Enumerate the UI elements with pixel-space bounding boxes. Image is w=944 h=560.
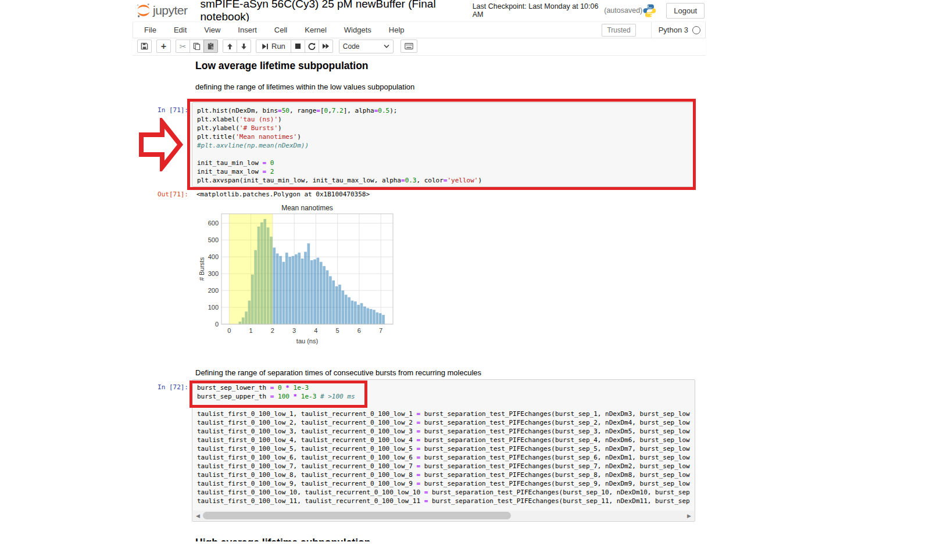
svg-text:0: 0	[215, 321, 219, 328]
svg-text:Mean nanotimes: Mean nanotimes	[281, 204, 333, 212]
keyboard-icon	[405, 43, 413, 49]
copy-cells-button[interactable]	[189, 40, 204, 53]
checkpoint-status: Last Checkpoint: Last Monday at 10:06 AM	[473, 2, 601, 19]
code-cell-71-source[interactable]: plt.hist(nDexDm, bins=50, range=[0,7.2],…	[192, 103, 695, 187]
chevron-down-icon	[384, 45, 389, 48]
scroll-left-arrow[interactable]: ◀	[193, 511, 203, 520]
kernel-indicator: Python 3	[651, 22, 705, 38]
markdown-paragraph-1: defining the range of lifetimes within t…	[195, 82, 414, 91]
restart-kernel-button[interactable]	[305, 40, 319, 53]
kernel-name: Python 3	[659, 26, 688, 34]
menu-cell[interactable]: Cell	[268, 23, 294, 37]
trusted-badge[interactable]: Trusted	[602, 24, 635, 37]
menu-edit[interactable]: Edit	[167, 23, 193, 37]
step-forward-icon	[262, 43, 269, 50]
input-prompt-71: In [71]:	[149, 106, 188, 114]
markdown-heading-low-lifetime: Low average lifetime subpopulation	[195, 60, 369, 72]
markdown-paragraph-2: Defining the range of separation times o…	[195, 368, 481, 377]
menubar-right: Trusted Python 3	[602, 22, 705, 38]
svg-text:7: 7	[379, 327, 382, 334]
scissors-icon: ✂	[180, 42, 187, 51]
menubar: File Edit View Insert Cell Kernel Widget…	[133, 21, 706, 38]
paste-cells-button[interactable]	[203, 40, 218, 53]
horizontal-scrollbar: ◀ ▶	[193, 511, 694, 520]
code-cell-71-input[interactable]: plt.hist(nDexDm, bins=50, range=[0,7.2],…	[192, 102, 695, 187]
output-prompt-71: Out[71]:	[149, 190, 188, 199]
jupyter-logo[interactable]: jupyter	[133, 3, 188, 18]
interrupt-kernel-button[interactable]	[291, 40, 305, 53]
clipboard-icon	[207, 42, 214, 50]
toolbar: + ✂	[133, 37, 706, 56]
restart-run-all-button[interactable]	[319, 40, 333, 53]
menu-file[interactable]: File	[138, 23, 163, 37]
plus-icon: +	[161, 42, 166, 51]
stop-icon	[295, 43, 301, 49]
histogram-output-image: 012345670100200300400500600Mean nanotime…	[198, 203, 401, 347]
cell-type-value: Code	[343, 42, 360, 51]
notebook-document: Low average lifetime subpopulation defin…	[133, 56, 706, 560]
command-palette-button[interactable]	[401, 40, 417, 53]
move-cell-up-button[interactable]	[223, 40, 237, 53]
logout-button[interactable]: Logout	[666, 3, 705, 19]
svg-text:5: 5	[336, 327, 339, 334]
cut-cells-button[interactable]: ✂	[176, 40, 190, 53]
svg-text:6: 6	[357, 327, 361, 334]
output-text-71: <matplotlib.patches.Polygon at 0x1B10047…	[196, 190, 370, 199]
menu-help[interactable]: Help	[382, 23, 411, 37]
scrollbar-track[interactable]	[203, 511, 684, 520]
svg-text:600: 600	[208, 220, 219, 227]
save-icon	[141, 42, 148, 50]
svg-text:0: 0	[227, 327, 231, 334]
svg-text:100: 100	[208, 304, 219, 311]
python-logo-icon	[642, 3, 657, 19]
annotation-arrow-icon	[138, 118, 184, 171]
menu-view[interactable]: View	[198, 23, 227, 37]
svg-text:# Bursts: # Bursts	[198, 257, 205, 281]
kernel-idle-icon	[692, 26, 700, 34]
mean-nanotimes-histogram: 012345670100200300400500600Mean nanotime…	[198, 203, 401, 347]
svg-text:500: 500	[208, 236, 219, 243]
svg-text:400: 400	[208, 253, 219, 260]
move-cell-down-button[interactable]	[237, 40, 251, 53]
scroll-right-arrow[interactable]: ▶	[684, 511, 694, 520]
svg-text:1: 1	[249, 327, 253, 334]
scrollbar-thumb[interactable]	[203, 512, 511, 519]
menu-insert[interactable]: Insert	[231, 23, 263, 37]
menu-widgets[interactable]: Widgets	[338, 23, 378, 37]
cell-type-select[interactable]: Code	[339, 40, 394, 53]
run-button[interactable]: Run	[256, 40, 291, 53]
header: jupyter smPIFE-aSyn 56C(Cy3) 25 pM newBu…	[133, 0, 706, 21]
notebook-app: jupyter smPIFE-aSyn 56C(Cy3) 25 pM newBu…	[133, 0, 706, 560]
svg-text:300: 300	[208, 270, 219, 277]
refresh-icon	[308, 42, 316, 50]
notebook-title[interactable]: smPIFE-aSyn 56C(Cy3) 25 pM newBuffer (Fi…	[201, 0, 467, 23]
svg-text:2: 2	[271, 327, 274, 334]
svg-text:tau (ns): tau (ns)	[296, 338, 318, 344]
arrow-up-icon	[227, 43, 233, 50]
jupyter-notebook-page: jupyter smPIFE-aSyn 56C(Cy3) 25 pM newBu…	[0, 0, 944, 560]
run-button-label: Run	[271, 42, 285, 51]
insert-cell-below-button[interactable]: +	[156, 40, 171, 53]
fast-forward-icon	[322, 43, 330, 49]
svg-text:3: 3	[292, 327, 296, 334]
copy-icon	[193, 42, 201, 50]
jupyter-logo-icon	[137, 3, 151, 18]
autosave-status: (autosaved)	[604, 6, 642, 15]
svg-text:200: 200	[208, 287, 219, 294]
input-prompt-72: In [72]:	[149, 383, 188, 392]
markdown-heading-high-lifetime-partial: High average lifetime subpopulation	[195, 537, 486, 541]
svg-text:4: 4	[314, 327, 317, 334]
save-button[interactable]	[137, 40, 152, 53]
menu-kernel[interactable]: Kernel	[298, 23, 333, 37]
jupyter-wordmark: jupyter	[153, 3, 188, 17]
code-cell-72-input[interactable]: burst_sep_lower_th = 0 * 1e-3 burst_sep_…	[192, 379, 695, 522]
code-cell-72-source[interactable]: burst_sep_lower_th = 0 * 1e-3 burst_sep_…	[192, 380, 695, 509]
arrow-down-icon	[241, 43, 247, 50]
